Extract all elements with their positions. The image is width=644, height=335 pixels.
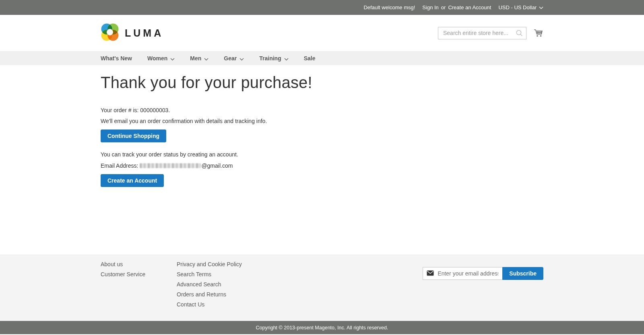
chevron-down-icon [539,4,543,10]
envelope-icon [427,270,434,277]
footer-links-column-1: About us Customer Service [101,260,177,310]
page-title: Thank you for your purchase! [101,74,543,92]
order-number-text: Your order # is: 000000003. [101,106,543,114]
or-text: or [441,4,446,10]
email-address-line: Email Address:@gmail.com [101,162,543,170]
nav-item-whats-new[interactable]: What's New [101,51,140,65]
subscribe-button[interactable]: Subscribe [502,267,543,280]
redacted-email-username [140,163,201,168]
footer: About us Customer Service Privacy and Co… [0,255,644,321]
nav-label: Training [259,55,281,62]
nav-label: What's New [101,55,132,62]
search-input[interactable] [438,27,526,39]
nav-item-women[interactable]: Women [140,51,182,65]
nav-item-sale[interactable]: Sale [296,51,323,65]
footer-link-privacy-policy[interactable]: Privacy and Cookie Policy [177,260,242,268]
footer-link-contact-us[interactable]: Contact Us [177,300,242,308]
newsletter-email-input[interactable] [423,267,502,280]
cart-icon[interactable] [533,28,543,38]
sign-in-link[interactable]: Sign In [422,4,438,10]
create-account-link[interactable]: Create an Account [448,4,491,10]
chevron-down-icon [239,55,244,62]
footer-link-about-us[interactable]: About us [101,260,177,268]
logo-text: LUMA [125,27,163,39]
footer-link-search-terms[interactable]: Search Terms [177,270,242,278]
currency-switcher[interactable]: USD - US Dollar [498,4,543,10]
chevron-down-icon [170,55,175,62]
footer-link-orders-returns[interactable]: Orders and Returns [177,290,242,298]
nav-label: Gear [224,55,237,62]
continue-shopping-button[interactable]: Continue Shopping [101,129,166,142]
newsletter-signup: Subscribe [423,260,543,310]
copyright-text: Copyright © 2013-present Magento, Inc. A… [256,325,388,331]
checkout-success-content: Thank you for your purchase! Your order … [0,65,644,255]
top-panel: Default welcome msg! Sign In or Create a… [0,0,644,15]
footer-link-advanced-search[interactable]: Advanced Search [177,280,242,288]
email-address-label: Email Address: [101,162,138,169]
footer-links-column-2: Privacy and Cookie Policy Search Terms A… [177,260,242,310]
nav-item-men[interactable]: Men [182,51,216,65]
header: LUMA [0,15,644,51]
chevron-down-icon [284,55,289,62]
store-logo[interactable]: LUMA [101,23,163,43]
confirmation-note: We'll email you an order confirmation wi… [101,117,543,125]
search-box [438,27,526,39]
search-icon[interactable] [516,29,523,39]
currency-label: USD - US Dollar [498,4,537,10]
nav-label: Sale [304,55,316,62]
nav-label: Women [147,55,167,62]
welcome-message: Default welcome msg! [363,4,415,10]
footer-link-customer-service[interactable]: Customer Service [101,270,177,278]
create-account-button[interactable]: Create an Account [101,174,164,187]
nav-label: Men [190,55,201,62]
main-navigation: What's New Women Men Gear Training [0,51,644,65]
chevron-down-icon [204,55,208,62]
track-order-note: You can track your order status by creat… [101,150,543,158]
copyright-bar: Copyright © 2013-present Magento, Inc. A… [0,321,644,334]
nav-item-training[interactable]: Training [252,51,296,65]
nav-item-gear[interactable]: Gear [216,51,252,65]
luma-logo-icon [101,23,119,43]
email-domain: @gmail.com [201,162,233,169]
